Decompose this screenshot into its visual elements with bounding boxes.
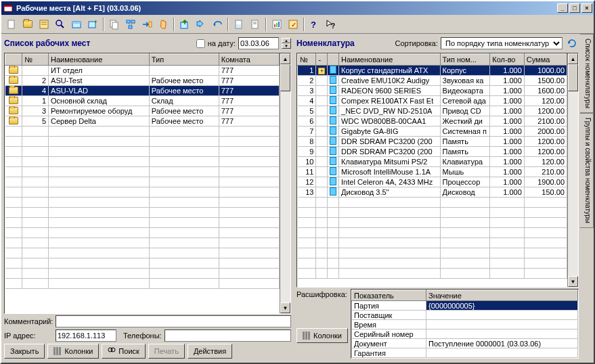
- col-name[interactable]: Наименование: [49, 54, 150, 66]
- detail-row[interactable]: Время: [351, 320, 577, 329]
- close-button[interactable]: Закрыть: [4, 344, 45, 359]
- table-row[interactable]: 11Microsoft IntelliMouse 1.1AМышь1.00021…: [298, 167, 567, 177]
- dcol-value[interactable]: Значение: [426, 290, 577, 301]
- tool-open-icon[interactable]: [20, 17, 35, 32]
- detail-row[interactable]: ДокументПоступление 0000001 (03.03.06): [351, 339, 577, 348]
- table-row[interactable]: 12Intel Celeron 4A, 2433 MHzПроцессор1.0…: [298, 177, 567, 187]
- table-row[interactable]: 1Основной складСклад777: [5, 96, 280, 106]
- print-button[interactable]: Печать: [148, 344, 185, 359]
- detail-row[interactable]: Партия{0000000005}: [351, 301, 577, 311]
- maximize-button[interactable]: □: [569, 3, 580, 13]
- tool-whatsthis-icon[interactable]: ?: [324, 17, 338, 32]
- ip-input[interactable]: [56, 329, 116, 342]
- nomenclature-grid[interactable]: № - Наименование Тип ном... Кол-во Сумма…: [297, 53, 567, 287]
- date-checkbox[interactable]: [196, 39, 205, 48]
- table-row[interactable]: 3RADEON 9600 SERIESВидеокарта1.0001600.0…: [298, 86, 567, 96]
- tool-new-icon[interactable]: [4, 17, 19, 32]
- tool-doc2-icon[interactable]: [248, 17, 263, 32]
- svg-rect-15: [131, 20, 135, 23]
- left-scrollbar[interactable]: ▲ ▼: [280, 53, 290, 313]
- col-type[interactable]: Тип: [149, 54, 219, 66]
- svg-rect-20: [181, 22, 188, 28]
- table-row[interactable]: 6WDC WD800BB-00CAA1Жесткий ди1.0002100.0…: [298, 116, 567, 127]
- detail-grid[interactable]: Показатель Значение Партия{0000000005}По…: [351, 289, 579, 359]
- actions-button[interactable]: Действия: [188, 344, 232, 359]
- folder-icon: [9, 87, 18, 94]
- table-row[interactable]: 8DDR SDRAM PC3200 (200Память1.0001200.00: [298, 137, 567, 147]
- table-row[interactable]: 4Compex RE100ATX Fast EtСетевой ада1.000…: [298, 96, 567, 106]
- dcol-indicator[interactable]: Показатель: [351, 290, 426, 301]
- table-row[interactable]: 10Клавиатура Mitsumi PS/2Клавиатура1.000…: [298, 157, 567, 167]
- folder-icon: [9, 97, 18, 104]
- side-tab-list[interactable]: Список номенклатуры: [580, 34, 594, 113]
- table-row[interactable]: 9DDR SDRAM PC3200 (200Память1.0001200.00: [298, 147, 567, 157]
- detail-row[interactable]: Гарантия: [351, 348, 577, 358]
- sort-select[interactable]: По порядку типа номенклатуры: [441, 37, 563, 49]
- rcol-type[interactable]: Тип ном...: [440, 54, 490, 66]
- tool-hand-icon[interactable]: [156, 17, 171, 32]
- search-button[interactable]: Поиск: [102, 344, 145, 359]
- table-row[interactable]: ИТ отдел777: [5, 66, 280, 76]
- col-room[interactable]: Комната: [219, 54, 279, 66]
- tool-tree-icon[interactable]: [123, 17, 138, 32]
- columns-button[interactable]: Колонки: [47, 344, 99, 359]
- table-row[interactable]: 5Сервер DeltaРабочее место777: [5, 116, 280, 127]
- tool-help-icon[interactable]: ?: [307, 17, 322, 32]
- close-button[interactable]: ×: [581, 3, 592, 13]
- app-icon: [3, 3, 14, 14]
- tool-import-icon[interactable]: [194, 17, 208, 32]
- tool-doc1-icon[interactable]: [232, 17, 246, 32]
- tool-undo-icon[interactable]: [210, 17, 225, 32]
- detail-row[interactable]: Серийный номер: [351, 329, 577, 339]
- side-tab-groups[interactable]: Группы и свойства номенклатуры: [580, 113, 594, 228]
- tool-copy-icon[interactable]: [107, 17, 122, 32]
- rcol-icon[interactable]: [328, 54, 339, 66]
- right-columns-button[interactable]: Колонки: [296, 328, 348, 343]
- rcol-sum[interactable]: Сумма: [524, 54, 567, 66]
- tool-filter-icon[interactable]: [69, 17, 84, 32]
- rcol-dash[interactable]: -: [316, 54, 328, 66]
- comment-input[interactable]: [56, 315, 291, 327]
- tool-move-icon[interactable]: [139, 17, 154, 32]
- doc-icon: [330, 66, 336, 74]
- date-spin-down[interactable]: ▼: [282, 43, 291, 49]
- tool-props-icon[interactable]: [37, 17, 51, 32]
- doc-icon: [330, 96, 336, 104]
- col-num[interactable]: №: [22, 54, 49, 66]
- table-row[interactable]: 2ASU-TestРабочее место777: [5, 76, 280, 86]
- tool-add-icon[interactable]: +: [85, 17, 100, 32]
- table-row[interactable]: 7Gigabyte GA-8IGСистемная п1.0002000.00: [298, 127, 567, 137]
- detail-row[interactable]: Поставщик: [351, 311, 577, 320]
- table-row[interactable]: 5_NEC DVD_RW ND-2510AПривод CD1.0001200.…: [298, 106, 567, 116]
- tool-report-icon[interactable]: [269, 17, 284, 32]
- rcol-qty[interactable]: Кол-во: [490, 54, 525, 66]
- sort-label: Сортировка:: [395, 39, 438, 47]
- tool-export-icon[interactable]: [177, 17, 192, 32]
- right-scrollbar[interactable]: ▲ ▼: [567, 53, 578, 287]
- titlebar: Рабочие места [Alt + F1] (03.03.06) _ □ …: [1, 1, 594, 15]
- svg-rect-9: [72, 22, 81, 24]
- svg-rect-36: [59, 347, 61, 355]
- doc-icon: [330, 137, 336, 145]
- table-row[interactable]: 2Creative EMU10K2 AudigyЗвуковая ка1.000…: [298, 76, 567, 86]
- refresh-icon[interactable]: [565, 37, 579, 50]
- rcol-name[interactable]: Наименование: [339, 54, 441, 66]
- folder-icon: [9, 117, 18, 124]
- doc-icon: [330, 127, 336, 135]
- svg-rect-35: [56, 347, 58, 355]
- col-icon[interactable]: [5, 54, 22, 66]
- tool-search-icon[interactable]: [53, 17, 68, 32]
- tool-settings-icon[interactable]: ✓: [286, 17, 301, 32]
- rcol-num[interactable]: №: [298, 54, 316, 66]
- svg-text:✓: ✓: [291, 21, 296, 28]
- minimize-button[interactable]: _: [557, 3, 568, 13]
- table-row[interactable]: 1+Корпус стандартный ATXКорпус1.0001000.…: [298, 66, 567, 76]
- date-input[interactable]: [238, 37, 279, 49]
- table-row[interactable]: 4ASU-VLADРабочее место777: [5, 86, 280, 96]
- table-row[interactable]: 3Ремонтируемое оборудРабочее место777: [5, 106, 280, 116]
- phone-input[interactable]: [164, 329, 291, 342]
- date-spin-up[interactable]: ▲: [282, 38, 291, 43]
- workplaces-grid[interactable]: № Наименование Тип Комната ИТ отдел7772A…: [5, 53, 280, 313]
- table-row[interactable]: 13Дисковод 3.5''Дисковод1.000150.00: [298, 187, 567, 198]
- doc-icon: [330, 76, 336, 84]
